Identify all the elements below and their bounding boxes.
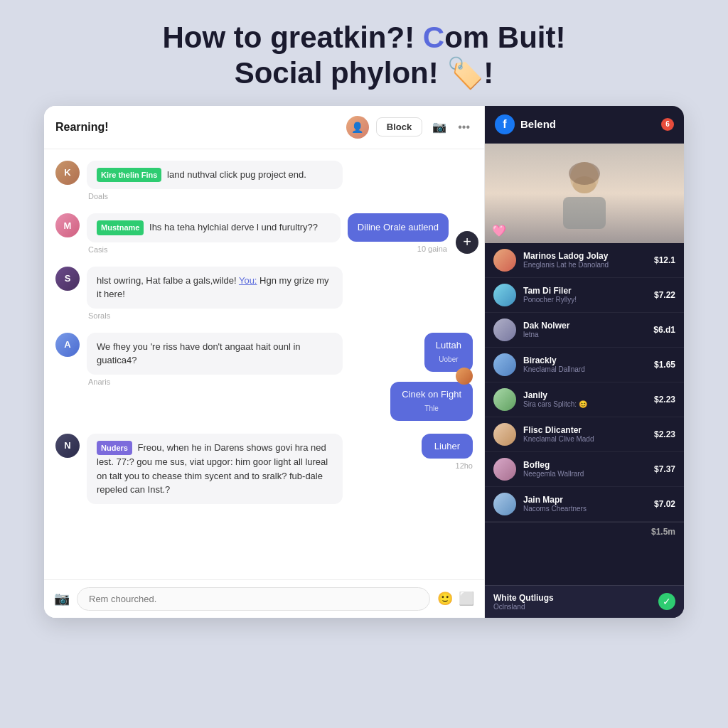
friend-name: Jain Mapr: [523, 495, 647, 505]
chat-messages: K Kire thelin Fins land nuthval click pu…: [44, 149, 484, 579]
list-item[interactable]: Flisc Dlicanter Kneclamal Clive Madd $2.…: [485, 417, 684, 452]
friend-info: Flisc Dlicanter Kneclamal Clive Madd: [523, 425, 647, 443]
avatar: M: [55, 213, 80, 237]
msg-sender: Anaris: [87, 378, 383, 386]
message-block: S hlst owring, Hat falbe a gals,wilde! Y…: [55, 267, 473, 320]
video-thumbnail: 🩷: [485, 144, 684, 243]
friend-name: Janily: [523, 390, 647, 400]
msg-content: Mustname Ihs ha teha hylchial derve l un…: [87, 213, 341, 254]
friend-avatar: [493, 318, 516, 341]
friend-info: Tam Di Filer Ponocher Ryllyy!: [523, 286, 647, 304]
friend-amount: $7.22: [654, 290, 675, 300]
friend-amount: $1.65: [654, 360, 675, 370]
friend-info: Jain Mapr Nacoms Cheartners: [523, 495, 647, 513]
outgoing-bubble2: Cinek on FightThle: [390, 382, 473, 421]
msg-content: hlst owring, Hat falbe a gals,wilde! You…: [87, 267, 473, 320]
friend-name: Dak Nolwer: [523, 321, 646, 331]
avatar: N: [55, 434, 80, 458]
list-item[interactable]: Tam Di Filer Ponocher Ryllyy! $7.22: [485, 278, 684, 313]
msg-sender: Doals: [87, 192, 473, 200]
chat-input[interactable]: [77, 587, 430, 611]
msg-bubble: We fhey you 're riss have don't angaat h…: [87, 333, 343, 375]
friend-sub: letna: [523, 331, 646, 338]
block-button[interactable]: Block: [376, 117, 422, 136]
social-title: Belend: [520, 118, 655, 130]
friend-avatar: [493, 249, 516, 272]
svg-rect-2: [563, 197, 606, 229]
chat-avatar: 👤: [346, 116, 369, 139]
friend-amount: $2.23: [654, 395, 675, 405]
outgoing-bubble: Diline Orale autlend 10 gaina: [348, 213, 449, 253]
chat-panel: Rearning! 👤 Block 📷 ••• K Kire thelin Fi…: [44, 106, 485, 618]
camera-icon[interactable]: 📷: [429, 117, 449, 136]
chat-header: Rearning! 👤 Block 📷 •••: [44, 106, 484, 149]
msg-bubble: Nuders Freou, when he in Darens shows go…: [87, 434, 343, 504]
bottom-info: White Qutliugs Oclnsland: [493, 593, 554, 611]
msg-sender: Sorals: [87, 311, 473, 320]
green-tag: Mustname: [97, 220, 144, 235]
fb-icon: f: [495, 114, 515, 134]
friend-avatar: [493, 458, 516, 481]
friend-sub: Kneclamal Clive Madd: [523, 435, 647, 443]
heart-icon: 🩷: [492, 224, 506, 237]
video-person: [485, 144, 684, 243]
friend-avatar: [493, 423, 516, 446]
friend-sub: Sira cars Splitch: 😊: [523, 400, 647, 408]
plus-button[interactable]: +: [456, 231, 478, 254]
emoji-icon[interactable]: 🙂: [437, 591, 453, 606]
msg-time: 10 gaina: [417, 245, 449, 253]
green-check-icon: ✓: [658, 593, 675, 610]
outgoing-msg-bubble: Diline Orale autlend: [348, 213, 449, 242]
msg-bubble: Mustname Ihs ha teha hylchial derve l un…: [87, 213, 341, 242]
outgoing-bubble1: LuttahUober: [424, 333, 473, 372]
msg-time-5: 12ho: [456, 461, 473, 470]
friend-name: Tam Di Filer: [523, 286, 647, 296]
notification-badge[interactable]: 6: [661, 118, 674, 131]
msg-content: Nuders Freou, when he in Darens shows go…: [87, 434, 414, 504]
list-item[interactable]: Janily Sira cars Splitch: 😊 $2.23: [485, 382, 684, 417]
msg-content: Kire thelin Fins land nuthval click pug …: [87, 161, 473, 201]
list-item[interactable]: Bofleg Neegemla Wallrard $7.37: [485, 452, 684, 487]
attach-icon[interactable]: ⬜: [459, 591, 474, 606]
friend-info: Bofleg Neegemla Wallrard: [523, 460, 647, 478]
list-item[interactable]: Birackly Kneclamal Dallnard $1.65: [485, 348, 684, 382]
friend-sub: Neegemla Wallrard: [523, 470, 647, 478]
more-icon[interactable]: •••: [455, 118, 473, 136]
message-block: K Kire thelin Fins land nuthval click pu…: [55, 161, 473, 201]
list-item[interactable]: Jain Mapr Nacoms Cheartners $7.02: [485, 487, 684, 522]
friend-sub: Nacoms Cheartners: [523, 505, 647, 513]
main-card: Rearning! 👤 Block 📷 ••• K Kire thelin Fi…: [44, 106, 684, 618]
friend-info: Dak Nolwer letna: [523, 321, 646, 338]
small-avatar: [456, 368, 473, 385]
friend-info: Marinos Ladog Jolay Eneglanis Lat he Dan…: [523, 251, 647, 269]
chat-header-icons: 📷 •••: [429, 117, 473, 136]
page-title-area: How to greatkin?! Com Buit! Social phylo…: [0, 0, 728, 106]
total-row: $1.5m: [485, 522, 684, 541]
friend-avatar: [493, 353, 516, 376]
list-item[interactable]: Marinos Ladog Jolay Eneglanis Lat he Dan…: [485, 243, 684, 278]
friend-info: Birackly Kneclamal Dallnard: [523, 355, 647, 373]
friend-amount: $7.37: [654, 464, 675, 474]
friend-avatar: [493, 493, 516, 515]
msg-bubble: Kire thelin Fins land nuthval click pug …: [87, 161, 343, 190]
social-bottom-bar: White Qutliugs Oclnsland ✓: [485, 585, 684, 618]
green-tag: Kire thelin Fins: [97, 168, 161, 183]
friend-amount: $12.1: [654, 255, 675, 265]
friend-name: Birackly: [523, 355, 647, 365]
msg-sender: Casis: [87, 245, 341, 254]
bottom-sub: Oclnsland: [493, 603, 554, 611]
purple-tag: Nuders: [97, 441, 132, 456]
avatar: K: [55, 161, 80, 185]
chat-input-end: 🙂 ⬜: [437, 591, 474, 606]
chat-title: Rearning!: [55, 121, 339, 134]
friend-name: Marinos Ladog Jolay: [523, 251, 647, 261]
list-item[interactable]: Dak Nolwer letna $6.d1: [485, 313, 684, 348]
friend-amount: $6.d1: [653, 325, 675, 335]
page-title: How to greatkin?! Com Buit! Social phylo…: [43, 20, 685, 92]
camera-input-icon[interactable]: 📷: [54, 591, 70, 606]
friend-name: Flisc Dlicanter: [523, 425, 647, 435]
message-block: A We fhey you 're riss have don't angaat…: [55, 333, 473, 421]
svg-point-3: [569, 162, 600, 185]
friend-info: Janily Sira cars Splitch: 😊: [523, 390, 647, 408]
message-block: M Mustname Ihs ha teha hylchial derve l …: [55, 213, 473, 254]
